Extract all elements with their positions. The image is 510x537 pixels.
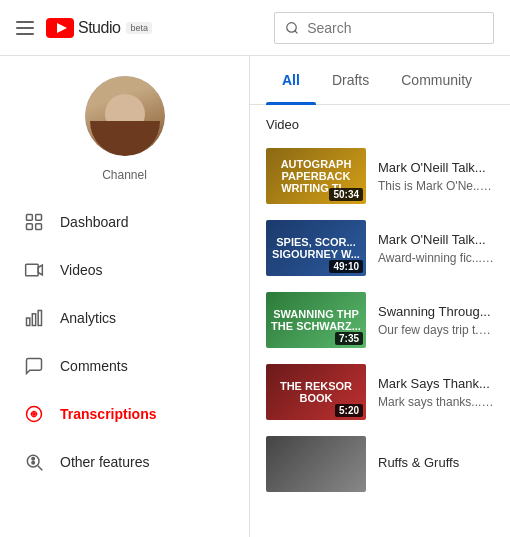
- sidebar-item-analytics[interactable]: Analytics: [0, 294, 249, 342]
- analytics-icon: [24, 308, 44, 328]
- svg-point-19: [32, 457, 35, 460]
- video-info: Mark O'Neill Talk... Award-winning fic..…: [378, 232, 494, 265]
- studio-label: Studio: [78, 19, 120, 37]
- transcriptions-icon: [24, 404, 44, 424]
- thumb-image-5: [266, 436, 366, 492]
- sidebar-item-other-features[interactable]: Other features: [0, 438, 249, 486]
- svg-rect-12: [38, 311, 41, 326]
- svg-rect-5: [36, 215, 42, 221]
- video-title: Ruffs & Gruffs: [378, 455, 494, 470]
- section-header: Video: [250, 105, 510, 140]
- video-info: Mark Says Thank... Mark says thanks... G…: [378, 376, 494, 409]
- other-features-icon: [24, 452, 44, 472]
- dashboard-icon: [24, 212, 44, 232]
- duration-badge: 49:10: [329, 260, 363, 273]
- tab-bar: All Drafts Community: [250, 56, 510, 105]
- tab-all[interactable]: All: [266, 56, 316, 104]
- video-title: Swanning Throug...: [378, 304, 494, 319]
- svg-rect-11: [32, 314, 35, 326]
- header-left: Studio beta: [16, 18, 152, 38]
- avatar: [85, 76, 165, 156]
- sidebar-item-dashboard[interactable]: Dashboard: [0, 198, 249, 246]
- svg-rect-8: [26, 264, 39, 276]
- sidebar: Channel Dashboard: [0, 56, 250, 537]
- video-item[interactable]: AUTOGRAPH PAPERBACK WRITING TI... 50:34 …: [250, 140, 510, 212]
- video-list: AUTOGRAPH PAPERBACK WRITING TI... 50:34 …: [250, 140, 510, 500]
- other-features-label: Other features: [60, 454, 150, 470]
- tab-drafts[interactable]: Drafts: [316, 56, 385, 104]
- video-thumbnail: SWANNING THP THE SCHWARZ... 7:35: [266, 292, 366, 348]
- sidebar-item-comments[interactable]: Comments: [0, 342, 249, 390]
- menu-button[interactable]: [16, 21, 34, 35]
- comments-label: Comments: [60, 358, 128, 374]
- svg-point-20: [32, 462, 35, 465]
- video-info: Swanning Throug... Our few days trip t..…: [378, 304, 494, 337]
- logo: Studio beta: [46, 18, 152, 38]
- video-title: Mark O'Neill Talk...: [378, 232, 494, 247]
- svg-rect-4: [27, 215, 33, 221]
- video-item[interactable]: SPIES, SCOR... SIGOURNEY W... 49:10 Mark…: [250, 212, 510, 284]
- comments-icon: [24, 356, 44, 376]
- search-icon: [285, 20, 299, 36]
- video-item[interactable]: SWANNING THP THE SCHWARZ... 7:35 Swannin…: [250, 284, 510, 356]
- videos-icon: [24, 260, 44, 280]
- main-layout: Channel Dashboard: [0, 56, 510, 537]
- transcriptions-label: Transcriptions: [60, 406, 156, 422]
- video-thumbnail: THE REKSOR BOOK 5:20: [266, 364, 366, 420]
- video-item[interactable]: THE REKSOR BOOK 5:20 Mark Says Thank... …: [250, 356, 510, 428]
- duration-badge: 50:34: [329, 188, 363, 201]
- tab-community[interactable]: Community: [385, 56, 488, 104]
- analytics-label: Analytics: [60, 310, 116, 326]
- app-header: Studio beta: [0, 0, 510, 56]
- svg-rect-10: [27, 318, 30, 326]
- svg-line-3: [295, 30, 298, 33]
- video-info: Ruffs & Gruffs: [378, 455, 494, 474]
- sidebar-nav: Dashboard Videos Analytics: [0, 198, 249, 486]
- video-item[interactable]: Ruffs & Gruffs: [250, 428, 510, 500]
- youtube-icon: [46, 18, 74, 38]
- svg-rect-7: [36, 224, 42, 230]
- svg-line-18: [38, 466, 43, 471]
- video-title: Mark Says Thank...: [378, 376, 494, 391]
- video-title: Mark O'Neill Talk...: [378, 160, 494, 175]
- video-thumbnail: [266, 436, 366, 492]
- channel-label: Channel: [102, 168, 147, 182]
- sidebar-item-videos[interactable]: Videos: [0, 246, 249, 294]
- beta-badge: beta: [126, 22, 152, 34]
- video-desc: Mark says thanks... Gold" winning the...: [378, 395, 494, 409]
- video-thumbnail: SPIES, SCOR... SIGOURNEY W... 49:10: [266, 220, 366, 276]
- video-desc: This is Mark O'Ne... for YouTube. Apo...: [378, 179, 494, 193]
- video-desc: Our few days trip t... in Germany in Oct…: [378, 323, 494, 337]
- duration-badge: 7:35: [335, 332, 363, 345]
- avatar-image: [85, 76, 165, 156]
- svg-marker-9: [38, 265, 42, 275]
- video-info: Mark O'Neill Talk... This is Mark O'Ne..…: [378, 160, 494, 193]
- videos-label: Videos: [60, 262, 103, 278]
- svg-point-2: [287, 22, 296, 31]
- video-thumbnail: AUTOGRAPH PAPERBACK WRITING TI... 50:34: [266, 148, 366, 204]
- svg-rect-6: [27, 224, 33, 230]
- duration-badge: 5:20: [335, 404, 363, 417]
- video-desc: Award-winning fic... the Department 89..…: [378, 251, 494, 265]
- search-input[interactable]: [307, 20, 483, 36]
- dashboard-label: Dashboard: [60, 214, 129, 230]
- sidebar-item-transcriptions[interactable]: Transcriptions: [0, 390, 249, 438]
- search-bar[interactable]: [274, 12, 494, 44]
- content-area: All Drafts Community Video AUTOGRAPH PAP…: [250, 56, 510, 537]
